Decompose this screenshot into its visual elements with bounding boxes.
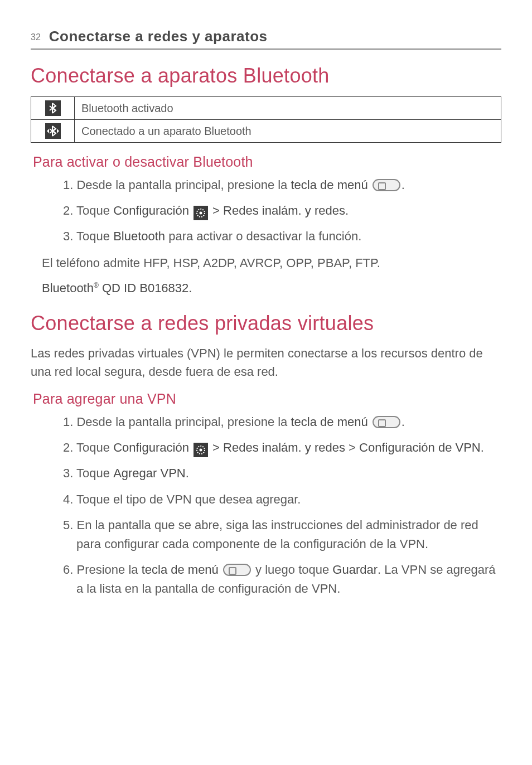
- menu-key-icon: [223, 564, 251, 576]
- steps-add-vpn: 1. Desde la pantalla principal, presione…: [31, 413, 501, 598]
- table-row: Conectado a un aparato Bluetooth: [31, 120, 501, 143]
- cell-icon: [31, 97, 75, 120]
- svg-marker-1: [57, 129, 59, 133]
- gear-icon: [194, 206, 208, 220]
- table-row: Bluetooth activado: [31, 97, 501, 120]
- list-item: 1. Desde la pantalla principal, presione…: [76, 413, 501, 432]
- subheading-add-vpn: Para agregar una VPN: [33, 391, 501, 407]
- heading-vpn: Conectarse a redes privadas virtuales: [31, 312, 501, 335]
- list-item: 6. Presione la tecla de menú y luego toq…: [76, 560, 501, 598]
- vpn-intro: Las redes privadas virtuales (VPN) le pe…: [31, 344, 501, 381]
- bluetooth-status-table: Bluetooth activado Conectado a un aparat…: [31, 96, 501, 143]
- bluetooth-on-icon: [45, 100, 61, 116]
- cell-icon: [31, 120, 75, 143]
- list-item: 2. Toque Configuración > Redes inalám. y…: [76, 201, 501, 220]
- subheading-toggle-bt: Para activar o desactivar Bluetooth: [33, 154, 501, 170]
- menu-key-icon: [373, 179, 400, 191]
- list-item: 3. Toque Agregar VPN.: [76, 464, 501, 483]
- supported-profiles: El teléfono admite HFP, HSP, A2DP, AVRCP…: [42, 254, 501, 272]
- list-item: 2. Toque Configuración > Redes inalám. y…: [76, 438, 501, 457]
- gear-icon: [194, 443, 208, 457]
- cell-text: Conectado a un aparato Bluetooth: [75, 120, 501, 143]
- list-item: 5. En la pantalla que se abre, siga las …: [76, 516, 501, 554]
- running-header: 32 Conectarse a redes y aparatos: [31, 28, 501, 45]
- header-rule: [31, 49, 501, 50]
- list-item: 1. Desde la pantalla principal, presione…: [76, 176, 501, 195]
- list-item: 3. Toque Bluetooth para activar o desact…: [76, 227, 501, 246]
- bluetooth-connected-icon: [45, 123, 61, 139]
- list-item: 4. Toque el tipo de VPN que desea agrega…: [76, 490, 501, 509]
- page-number: 32: [31, 32, 41, 42]
- registered-mark: ®: [94, 282, 99, 289]
- heading-bluetooth: Conectarse a aparatos Bluetooth: [31, 64, 501, 88]
- cell-text: Bluetooth activado: [75, 97, 501, 120]
- section-title: Conectarse a redes y aparatos: [49, 28, 268, 45]
- svg-marker-0: [47, 129, 49, 133]
- svg-point-5: [200, 449, 202, 452]
- steps-toggle-bt: 1. Desde la pantalla principal, presione…: [31, 176, 501, 246]
- menu-key-icon: [373, 416, 400, 428]
- bt-qd-id: Bluetooth® QD ID B016832.: [42, 279, 501, 297]
- svg-point-3: [200, 212, 202, 215]
